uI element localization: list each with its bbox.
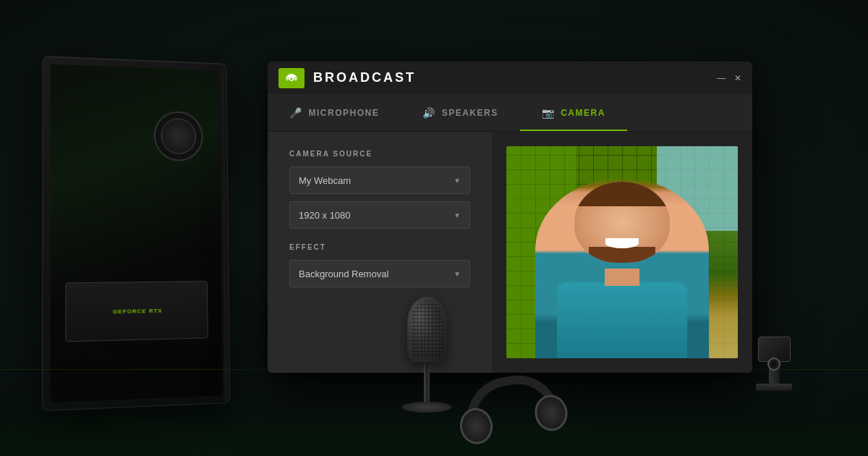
tab-speakers-label: SPEAKERS (442, 108, 498, 118)
window-controls: — ✕ (717, 73, 741, 83)
tab-camera[interactable]: 📷 CAMERA (520, 94, 627, 131)
effect-dropdown-text: Background Removal (299, 269, 388, 279)
gpu-label: GEFORCE RTX (113, 307, 162, 314)
app-title: BROADCAST (313, 70, 416, 85)
microphone-device (401, 297, 452, 413)
person-shirt (557, 282, 687, 358)
speakers-icon: 🔊 (422, 107, 436, 119)
source-dropdown-text: My Webcam (299, 175, 351, 186)
mic-stand-base (401, 402, 452, 413)
close-button[interactable]: ✕ (734, 73, 741, 83)
nvidia-logo (278, 68, 305, 88)
tab-microphone[interactable]: 🎤 MICROPHONE (268, 94, 401, 131)
camera-source-label: CAMERA SOURCE (289, 150, 470, 158)
microphone-icon: 🎤 (289, 107, 303, 119)
cpu-fan-inner (161, 118, 196, 154)
tab-camera-label: CAMERA (561, 108, 605, 118)
source-dropdown-arrow: ▼ (454, 177, 461, 185)
main-content: CAMERA SOURCE My Webcam ▼ 1920 x 1080 ▼ … (268, 132, 752, 373)
mic-body (407, 297, 447, 362)
app-window: BROADCAST — ✕ 🎤 MICROPHONE 🔊 SPEAKERS 📷 … (268, 62, 752, 373)
webcam-device (756, 337, 792, 391)
effect-dropdown-arrow: ▼ (454, 270, 461, 278)
resolution-dropdown-arrow: ▼ (454, 211, 461, 219)
nvidia-logo-svg (283, 72, 300, 85)
effect-label: EFFECT (289, 243, 470, 251)
mic-grill (411, 300, 443, 358)
cam-body (758, 337, 791, 362)
camera-icon: 📷 (542, 107, 556, 119)
source-dropdown[interactable]: My Webcam ▼ (289, 166, 470, 194)
title-bar: BROADCAST — ✕ (268, 62, 752, 94)
camera-preview (506, 146, 738, 358)
title-bar-left: BROADCAST (278, 68, 416, 88)
left-panel: CAMERA SOURCE My Webcam ▼ 1920 x 1080 ▼ … (268, 132, 492, 373)
pc-side-panel (221, 64, 230, 402)
person-neck (605, 269, 639, 287)
camera-preview-panel (492, 132, 752, 373)
person-beard (589, 247, 655, 263)
scene: GEFORCE RTX BROADCAST — ✕ (0, 0, 868, 456)
minimize-button[interactable]: — (717, 73, 726, 83)
person-area (506, 146, 738, 358)
nav-tabs: 🎤 MICROPHONE 🔊 SPEAKERS 📷 CAMERA (268, 94, 752, 132)
resolution-dropdown[interactable]: 1920 x 1080 ▼ (289, 201, 470, 229)
pc-interior: GEFORCE RTX (51, 64, 223, 402)
tab-microphone-label: MICROPHONE (309, 108, 380, 118)
mic-stand-pole (424, 362, 430, 402)
effect-dropdown[interactable]: Background Removal ▼ (289, 260, 470, 287)
tab-speakers[interactable]: 🔊 SPEAKERS (401, 94, 520, 131)
gpu-card: GEFORCE RTX (65, 281, 208, 342)
person-silhouette (535, 178, 709, 358)
cam-lens (767, 358, 780, 371)
person-face (574, 182, 670, 263)
pc-tower: GEFORCE RTX (42, 56, 230, 411)
svg-point-1 (291, 77, 293, 80)
resolution-dropdown-text: 1920 x 1080 (299, 210, 351, 221)
person-hair (574, 182, 670, 206)
cam-base (756, 384, 792, 391)
effect-section: EFFECT Background Removal ▼ (289, 243, 470, 287)
